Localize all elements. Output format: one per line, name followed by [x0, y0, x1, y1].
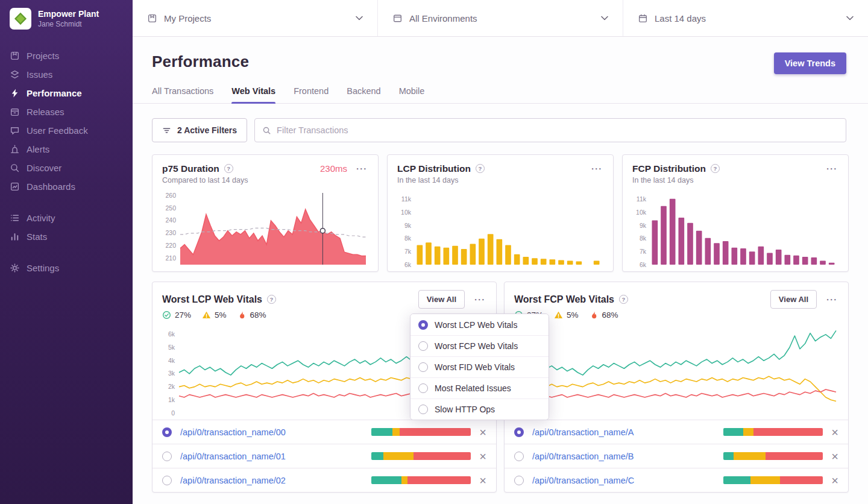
transaction-row: /api/0/transaction_name/A ×: [505, 420, 848, 444]
close-icon[interactable]: ×: [479, 426, 486, 438]
sidebar-item-settings[interactable]: Settings: [0, 259, 133, 277]
project-selector[interactable]: My Projects: [133, 0, 378, 36]
sidebar: Empower Plant Jane Schmidt Projects Issu…: [0, 0, 133, 504]
sidebar-item-activity[interactable]: Activity: [0, 209, 133, 227]
radio-icon: [418, 362, 428, 372]
view-trends-button[interactable]: View Trends: [774, 52, 846, 74]
svg-text:8k: 8k: [404, 235, 412, 242]
org-user: Jane Schmidt: [38, 20, 99, 28]
svg-text:220: 220: [165, 242, 176, 249]
help-icon[interactable]: ?: [619, 295, 628, 304]
chevron-down-icon: [356, 16, 363, 20]
help-icon[interactable]: ?: [711, 164, 720, 173]
help-icon[interactable]: ?: [267, 295, 276, 304]
radio-icon: [418, 383, 428, 393]
tab-mobile[interactable]: Mobile: [399, 86, 425, 103]
close-icon[interactable]: ×: [831, 474, 838, 487]
radio-icon[interactable]: [514, 476, 524, 485]
more-options-icon[interactable]: ⋯: [474, 294, 486, 305]
svg-text:240: 240: [165, 216, 176, 224]
transactions-search-input[interactable]: [277, 125, 838, 135]
close-icon[interactable]: ×: [831, 426, 838, 438]
view-all-button[interactable]: View All: [770, 290, 817, 309]
svg-text:6k: 6k: [168, 330, 175, 338]
sidebar-item-performance[interactable]: Performance: [0, 84, 133, 102]
menu-item-label: Most Related Issues: [435, 383, 511, 393]
card-title: Worst FCP Web Vitals: [514, 294, 614, 305]
radio-icon[interactable]: [514, 427, 524, 437]
transaction-link[interactable]: /api/0/transaction_name/A: [532, 427, 715, 437]
close-icon[interactable]: ×: [479, 450, 486, 462]
environment-selector[interactable]: All Environments: [378, 0, 623, 36]
svg-text:9k: 9k: [404, 222, 412, 229]
sidebar-item-user-feedback[interactable]: User Feedback: [0, 121, 133, 140]
sidebar-item-label: Projects: [27, 51, 59, 61]
menu-item-worst-lcp[interactable]: Worst LCP Web Vitals: [410, 314, 549, 335]
help-icon[interactable]: ?: [476, 164, 485, 173]
menu-item-most-related-issues[interactable]: Most Related Issues: [410, 377, 549, 398]
svg-text:11k: 11k: [401, 195, 412, 203]
radio-icon[interactable]: [514, 452, 524, 461]
transaction-link[interactable]: /api/0/transaction_name/02: [180, 476, 363, 485]
radio-icon[interactable]: [162, 476, 172, 485]
releases-icon: [10, 107, 20, 117]
sidebar-item-label: Discover: [27, 163, 61, 173]
date-range-selector[interactable]: Last 14 days: [623, 0, 868, 36]
transaction-row: /api/0/transaction_name/02 ×: [153, 468, 496, 492]
p75-duration-card: p75 Duration ? 230ms ⋯ Compared to last …: [152, 154, 379, 272]
page-title: Performance: [152, 52, 249, 71]
sidebar-item-alerts[interactable]: Alerts: [0, 140, 133, 159]
chevron-down-icon: [601, 16, 608, 20]
radio-icon[interactable]: [162, 427, 172, 437]
radio-icon: [418, 405, 428, 414]
tab-all-transactions[interactable]: All Transactions: [152, 86, 213, 103]
org-switcher[interactable]: Empower Plant Jane Schmidt: [0, 0, 133, 39]
transaction-link[interactable]: /api/0/transaction_name/01: [180, 452, 363, 461]
menu-item-label: Worst FCP Web Vitals: [435, 341, 518, 351]
tab-bar: All Transactions Web Vitals Frontend Bac…: [133, 74, 868, 104]
more-options-icon[interactable]: ⋯: [591, 163, 603, 174]
more-options-icon[interactable]: ⋯: [826, 294, 838, 305]
close-icon[interactable]: ×: [479, 474, 486, 487]
sidebar-item-discover[interactable]: Discover: [0, 159, 133, 177]
sidebar-item-label: Releases: [27, 107, 64, 117]
view-all-button[interactable]: View All: [418, 290, 465, 309]
global-filter-bar: My Projects All Environments Last 14 day…: [133, 0, 868, 37]
sidebar-item-label: User Feedback: [27, 125, 88, 136]
transaction-link[interactable]: /api/0/transaction_name/C: [532, 476, 715, 485]
sidebar-item-issues[interactable]: Issues: [0, 65, 133, 84]
help-icon[interactable]: ?: [224, 164, 233, 173]
check-circle-icon: [162, 310, 171, 320]
menu-item-label: Worst FID Web Vitals: [435, 362, 515, 372]
siren-icon: [10, 144, 20, 154]
vitals-summary-row: p75 Duration ? 230ms ⋯ Compared to last …: [133, 142, 868, 272]
sidebar-primary-nav: Projects Issues Performance Releases Use…: [0, 46, 133, 196]
meh-stat: 5%: [554, 310, 579, 320]
sidebar-item-projects[interactable]: Projects: [0, 46, 133, 65]
menu-item-worst-fid[interactable]: Worst FID Web Vitals: [410, 356, 549, 377]
transaction-row: /api/0/transaction_name/00 ×: [153, 420, 496, 444]
svg-text:7k: 7k: [640, 248, 647, 255]
card-subtitle: Compared to last 14 days: [162, 176, 368, 184]
tab-frontend[interactable]: Frontend: [294, 86, 329, 103]
warning-triangle-icon: [202, 310, 211, 320]
active-filters-button[interactable]: 2 Active Filters: [152, 118, 247, 142]
org-name: Empower Plant: [38, 9, 99, 20]
environment-selector-label: All Environments: [409, 13, 477, 24]
menu-item-worst-fcp[interactable]: Worst FCP Web Vitals: [410, 335, 549, 356]
tab-backend[interactable]: Backend: [347, 86, 380, 103]
tab-web-vitals[interactable]: Web Vitals: [231, 86, 275, 103]
transaction-link[interactable]: /api/0/transaction_name/00: [180, 427, 363, 437]
worst-fcp-card: Worst FCP Web Vitals ? View All ⋯ 27%: [504, 282, 849, 493]
more-options-icon[interactable]: ⋯: [826, 163, 838, 174]
sidebar-item-stats[interactable]: Stats: [0, 227, 133, 246]
more-options-icon[interactable]: ⋯: [356, 163, 368, 174]
transaction-link[interactable]: /api/0/transaction_name/B: [532, 452, 715, 461]
vitals-distribution-bar: [723, 476, 823, 484]
fire-icon: [237, 310, 247, 320]
sidebar-item-dashboards[interactable]: Dashboards: [0, 177, 133, 196]
menu-item-slow-http-ops[interactable]: Slow HTTP Ops: [410, 398, 549, 420]
sidebar-item-releases[interactable]: Releases: [0, 102, 133, 121]
radio-icon[interactable]: [162, 452, 172, 461]
close-icon[interactable]: ×: [831, 450, 838, 462]
